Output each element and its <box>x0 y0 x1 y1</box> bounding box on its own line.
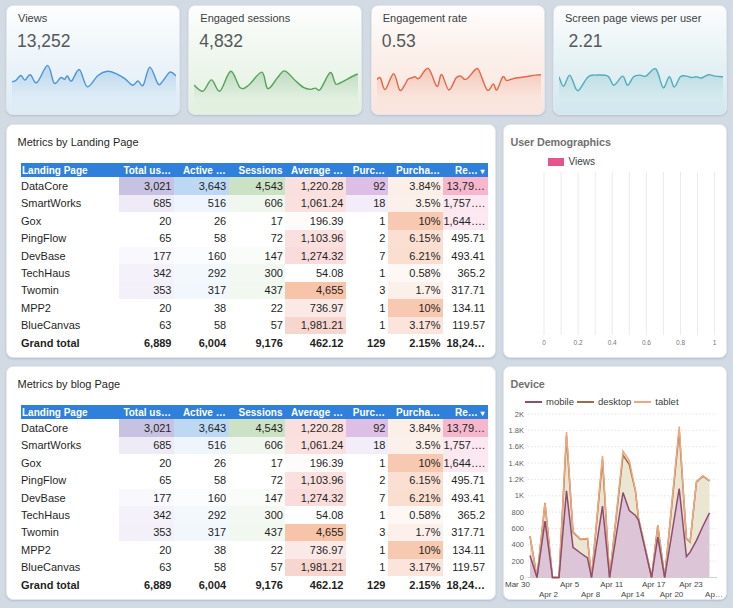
svg-text:1.4K: 1.4K <box>509 459 524 468</box>
svg-text:0.6: 0.6 <box>642 339 651 346</box>
svg-text:Mar 30: Mar 30 <box>505 580 530 589</box>
svg-text:1: 1 <box>713 339 717 346</box>
svg-text:Apr 14: Apr 14 <box>621 590 645 599</box>
svg-text:1.8K: 1.8K <box>509 426 524 435</box>
svg-text:400: 400 <box>511 540 524 549</box>
svg-text:Apr 23: Apr 23 <box>679 580 703 589</box>
svg-text:0.8: 0.8 <box>676 339 685 346</box>
svg-text:0.2: 0.2 <box>574 339 583 346</box>
svg-text:1.6K: 1.6K <box>509 442 524 451</box>
svg-text:Apr 17: Apr 17 <box>642 580 666 589</box>
svg-text:Apr 20: Apr 20 <box>660 590 684 599</box>
svg-text:2K: 2K <box>515 410 524 419</box>
svg-text:Apr 2: Apr 2 <box>539 590 559 599</box>
svg-text:Apr 11: Apr 11 <box>600 580 624 589</box>
svg-text:Ap…: Ap… <box>705 590 723 599</box>
svg-text:1.2K: 1.2K <box>509 475 524 484</box>
svg-text:0.4: 0.4 <box>608 339 617 346</box>
svg-text:1K: 1K <box>515 491 524 500</box>
svg-text:800: 800 <box>511 508 524 517</box>
svg-text:600: 600 <box>511 524 524 533</box>
svg-text:Apr 5: Apr 5 <box>560 580 580 589</box>
svg-text:Apr 8: Apr 8 <box>581 590 601 599</box>
svg-text:200: 200 <box>511 557 524 566</box>
svg-text:0: 0 <box>542 339 546 346</box>
